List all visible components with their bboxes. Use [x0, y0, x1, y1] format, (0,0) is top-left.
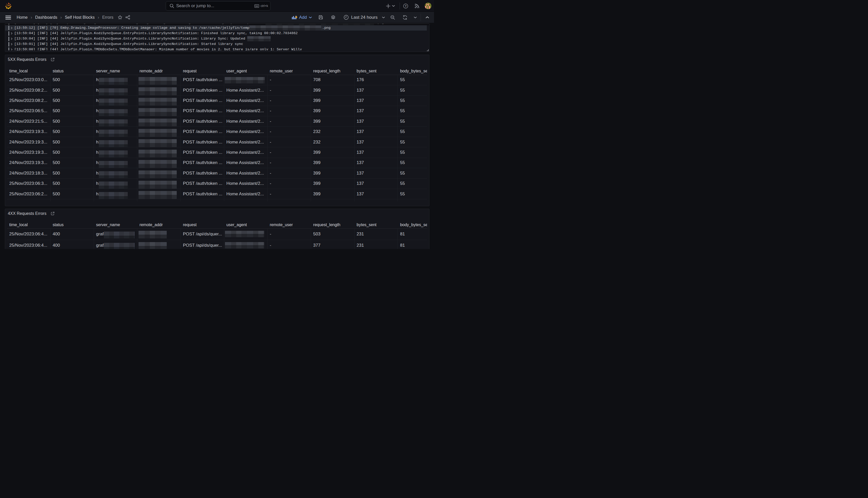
svg-text:?: ?: [405, 4, 407, 8]
